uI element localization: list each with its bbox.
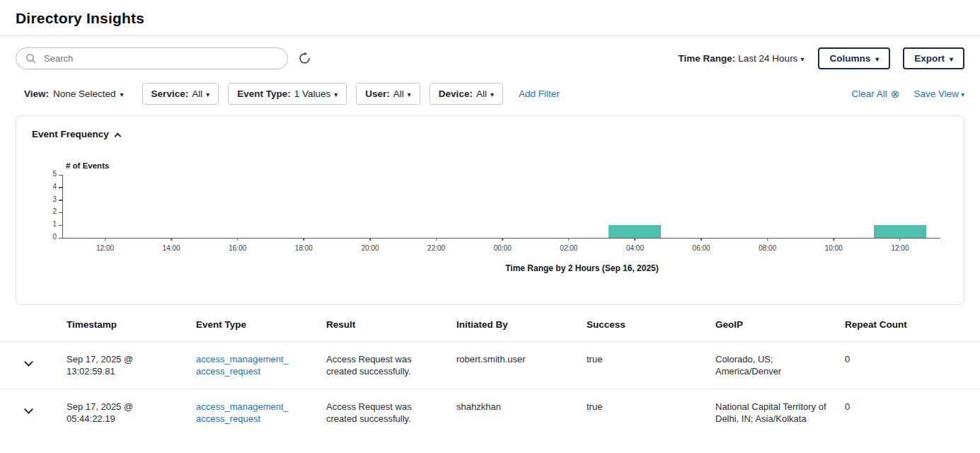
chevron-down-icon <box>24 357 33 367</box>
x-tick-label: 10:00 <box>825 244 843 252</box>
chart-bar[interactable] <box>609 225 661 238</box>
save-view-link[interactable]: Save View <box>913 88 964 99</box>
cell-result: Access Request was created successfully. <box>326 401 424 425</box>
cell-repeat-count: 0 <box>845 401 964 413</box>
filter-device[interactable]: Device: All <box>430 83 503 105</box>
column-header-event-type: Event Type <box>196 319 326 331</box>
x-tick-mark <box>899 238 901 241</box>
chart-bar[interactable] <box>874 225 926 238</box>
cell-timestamp: Sep 17, 2025 @ 05:44:22.19 <box>67 401 157 425</box>
caret-down-icon <box>334 88 338 99</box>
x-axis-label: Time Range by 2 Hours (Sep 16, 2025) <box>32 263 948 273</box>
chevron-down-icon <box>24 405 33 414</box>
y-tick-mark <box>59 238 62 239</box>
filter-row: View: None Selected Service: All Event T… <box>16 83 964 105</box>
column-header-repeat-count: Repeat Count <box>845 319 964 331</box>
view-label: View: <box>24 88 49 99</box>
cell-success: true <box>587 401 715 413</box>
y-axis-label: # of Events <box>66 161 948 170</box>
cell-geoip: National Capital Territory of Delhi, IN;… <box>715 401 827 425</box>
x-tick-mark <box>767 238 768 241</box>
clear-all-link[interactable]: Clear All <box>852 88 900 100</box>
caret-down-icon <box>206 88 209 99</box>
time-range-dropdown[interactable]: Time Range: Last 24 Hours <box>679 53 805 64</box>
x-tick-label: 20:00 <box>361 244 379 252</box>
filter-event-type-label: Event Type: <box>237 88 291 99</box>
cell-initiated-by: shahzkhan <box>456 401 587 413</box>
circle-x-icon <box>889 88 900 100</box>
toolbar-right: Time Range: Last 24 Hours Columns Export <box>679 47 964 69</box>
x-tick-mark <box>568 238 570 241</box>
add-filter-link[interactable]: Add Filter <box>519 88 560 99</box>
chart-title: Event Frequency <box>32 129 109 139</box>
chart-plot: 01234512:0014:0016:0018:0020:0022:0000:0… <box>62 175 940 239</box>
view-dropdown[interactable]: View: None Selected <box>24 88 124 99</box>
cell-timestamp: Sep 17, 2025 @ 13:02:59.81 <box>67 353 157 377</box>
y-tick-mark <box>59 225 62 226</box>
y-tick-label: 3 <box>52 196 57 203</box>
expand-row-button[interactable] <box>23 401 35 418</box>
view-value: None Selected <box>53 88 116 99</box>
columns-button[interactable]: Columns <box>818 47 890 69</box>
y-tick-mark <box>59 200 62 201</box>
export-button[interactable]: Export <box>903 47 964 69</box>
refresh-button[interactable] <box>296 50 313 67</box>
x-tick-label: 14:00 <box>163 244 180 252</box>
cell-result: Access Request was created successfully. <box>326 353 424 377</box>
filter-service-value: All <box>192 88 202 99</box>
x-tick-label: 02:00 <box>560 244 577 252</box>
page-header: Directory Insights <box>0 0 980 36</box>
caret-down-icon <box>950 53 953 64</box>
filter-service-label: Service: <box>151 88 189 99</box>
cell-success: true <box>587 353 715 365</box>
x-tick-mark <box>436 238 437 241</box>
filter-device-value: All <box>476 88 487 99</box>
clear-all-label: Clear All <box>852 88 887 99</box>
filter-service[interactable]: Service: All <box>142 83 219 105</box>
x-tick-label: 00:00 <box>494 244 512 252</box>
save-view-label: Save View <box>913 88 959 99</box>
caret-down-icon <box>490 88 494 99</box>
filter-event-type-value: 1 Values <box>294 88 331 99</box>
caret-down-icon <box>408 88 411 99</box>
column-header-geoip: GeoIP <box>715 319 845 331</box>
column-header-initiated-by: Initiated By <box>456 319 587 331</box>
columns-button-label: Columns <box>829 53 870 64</box>
y-tick-label: 0 <box>52 234 57 241</box>
expand-row-button[interactable] <box>23 354 35 370</box>
x-tick-label: 12:00 <box>96 244 114 252</box>
x-tick-mark <box>701 238 702 241</box>
search-box[interactable] <box>16 47 288 69</box>
filter-event-type[interactable]: Event Type: 1 Values <box>228 83 347 105</box>
event-type-link[interactable]: access_​management_​access_​request <box>196 401 302 425</box>
y-tick-label: 2 <box>52 208 57 215</box>
refresh-icon <box>298 52 311 65</box>
x-tick-label: 22:00 <box>427 244 445 252</box>
cell-geoip: Colorado, US; America/Denver <box>715 353 827 377</box>
caret-down-icon <box>961 88 964 99</box>
column-header-result: Result <box>326 319 456 331</box>
events-table: Timestamp Event Type Result Initiated By… <box>0 307 980 436</box>
cell-event-type: access_​management_​access_​request <box>196 353 326 377</box>
filter-device-label: Device: <box>439 88 473 99</box>
x-tick-mark <box>304 238 305 241</box>
x-tick-mark <box>502 238 503 241</box>
filter-user-value: All <box>393 88 404 99</box>
column-header-success: Success <box>587 319 715 331</box>
y-tick-mark <box>59 187 62 188</box>
event-type-link[interactable]: access_​management_​access_​request <box>196 353 302 377</box>
y-tick-mark <box>59 175 62 176</box>
filter-user[interactable]: User: All <box>356 83 420 105</box>
y-tick-label: 1 <box>52 221 57 228</box>
directory-insights-page: Directory Insights Time Range: Last 24 H… <box>0 0 980 453</box>
x-tick-label: 16:00 <box>229 244 246 252</box>
table-row: Sep 17, 2025 @ 13:02:59.81 access_​manag… <box>0 341 980 389</box>
chart-collapse-toggle[interactable]: Event Frequency <box>32 129 120 139</box>
x-tick-mark <box>834 238 835 241</box>
table-row: Sep 17, 2025 @ 05:44:22.19 access_​manag… <box>0 389 980 436</box>
search-input[interactable] <box>42 52 278 64</box>
search-icon <box>25 53 36 64</box>
event-frequency-card: Event Frequency # of Events 01234512:001… <box>16 115 964 305</box>
cell-repeat-count: 0 <box>845 353 964 365</box>
cell-initiated-by: robert.smith.user <box>456 353 587 365</box>
